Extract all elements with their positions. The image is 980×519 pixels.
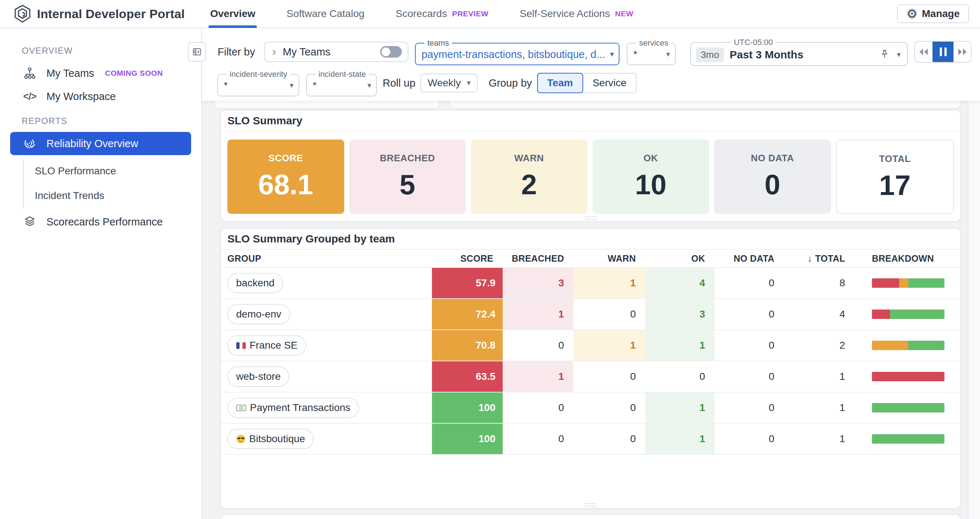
incident-state-select[interactable]: incident-state * ▼ — [306, 70, 377, 97]
group-chip[interactable]: Bitsboutique — [228, 429, 314, 449]
sidebar-item-scorecards-performance[interactable]: Scorecards Performance — [0, 210, 201, 233]
rewind-icon — [918, 48, 929, 56]
services-select[interactable]: services * ▼ — [627, 38, 676, 65]
tab-overview[interactable]: Overview — [210, 0, 255, 28]
incident-severity-select[interactable]: incident-severity * ▼ — [217, 70, 299, 97]
card-resize-handle[interactable] — [585, 503, 597, 507]
roll-up-select[interactable]: Weekly ▼ — [420, 74, 478, 92]
stat-ok: OK 10 — [593, 140, 710, 214]
group-chip[interactable]: web-store — [228, 367, 290, 387]
tab-software-catalog[interactable]: Software Catalog — [286, 0, 364, 28]
score-cell: 57.9 — [432, 268, 503, 298]
group-label: web-store — [236, 371, 281, 383]
breakdown-segment-red — [872, 372, 945, 381]
caret-down-icon: ▼ — [665, 51, 671, 58]
column-header-score[interactable]: SCORE — [432, 250, 503, 267]
tab-scorecards[interactable]: Scorecards PREVIEW — [396, 0, 488, 28]
group-chip[interactable]: France SE — [228, 335, 306, 356]
main-tabs: Overview Software Catalog Scorecards PRE… — [210, 0, 633, 28]
group-label: backend — [236, 277, 275, 289]
sidebar-item-my-workspace[interactable]: </> My Workspace — [0, 85, 201, 108]
ok-cell: 3 — [645, 299, 714, 329]
manage-button[interactable]: ⚙ Manage — [897, 4, 969, 23]
my-teams-label: My Teams — [283, 46, 374, 58]
breakdown-segment-red — [872, 278, 899, 288]
scrollbar-track[interactable] — [968, 101, 980, 519]
group-label: demo-env — [236, 308, 282, 320]
slo-table-card: SLO Summary Grouped by team GROUP SCORE … — [220, 228, 961, 509]
app-title: Internal Developer Portal — [37, 7, 185, 21]
column-header-warn[interactable]: WARN — [573, 250, 645, 267]
time-range-value: Past 3 Months — [730, 49, 874, 61]
time-range-chip: 3mo — [696, 48, 724, 62]
partial-card — [449, 101, 961, 109]
sidebar-item-my-teams[interactable]: My Teams COMING SOON — [0, 62, 201, 85]
teams-select[interactable]: teams payment-transactions, bitsboutique… — [415, 38, 619, 65]
roll-up-label: Roll up — [383, 77, 415, 89]
group-by-service-button[interactable]: Service — [583, 73, 636, 93]
stat-total: TOTAL 17 — [836, 140, 954, 214]
no-data-cell: 0 — [714, 424, 784, 454]
breakdown-segment-green — [872, 403, 945, 413]
code-icon: </> — [22, 91, 37, 102]
sidebar-item-label: My Workspace — [46, 90, 116, 103]
caret-down-icon: ▼ — [609, 51, 615, 58]
sidebar-item-label: My Teams — [46, 67, 94, 79]
coming-soon-badge: COMING SOON — [105, 69, 163, 78]
table-row: Payment Transactions 100 0 0 1 0 1 — [221, 392, 961, 424]
preview-badge: PREVIEW — [452, 10, 488, 18]
column-header-ok[interactable]: OK — [645, 250, 714, 267]
score-cell: 70.8 — [432, 330, 503, 360]
target-check-icon — [22, 136, 37, 151]
time-range-picker[interactable]: UTC-05:00 3mo Past 3 Months ▼ — [690, 38, 908, 66]
card-resize-handle[interactable] — [585, 216, 597, 220]
group-by-label: Group by — [488, 77, 532, 89]
group-chip[interactable]: backend — [228, 273, 283, 293]
teams-legend: teams — [424, 38, 452, 48]
group-by-team-button[interactable]: Team — [537, 73, 583, 93]
collapse-sidebar-button[interactable] — [188, 42, 206, 62]
caret-down-icon[interactable]: ▼ — [896, 51, 902, 59]
pause-icon — [940, 48, 947, 56]
stat-value: 17 — [879, 169, 911, 202]
breakdown-cell — [854, 392, 961, 423]
tab-self-service-actions[interactable]: Self-Service Actions NEW — [520, 0, 634, 28]
fast-forward-button[interactable] — [953, 42, 971, 62]
stat-breached: BREACHED 5 — [349, 140, 466, 214]
column-header-breached[interactable]: BREACHED — [503, 250, 573, 267]
breached-cell: 0 — [503, 392, 573, 423]
breakdown-bar — [872, 434, 945, 444]
stat-label: NO DATA — [751, 152, 794, 164]
slo-summary-header: SLO Summary — [221, 111, 961, 132]
column-header-no-data[interactable]: NO DATA — [714, 250, 784, 267]
sidebar-subitem-slo-performance[interactable]: SLO Performance — [35, 159, 201, 183]
breakdown-cell — [854, 299, 961, 329]
column-header-breakdown[interactable]: BREAKDOWN — [854, 250, 961, 267]
sidebar-item-reliability-overview[interactable]: Reliability Overview — [10, 132, 191, 155]
filter-bar: Filter by › My Teams teams payment-trans… — [202, 28, 980, 101]
banknote-icon — [236, 405, 246, 411]
breached-cell: 1 — [503, 299, 573, 329]
rewind-button[interactable] — [915, 42, 932, 62]
pin-icon[interactable] — [880, 49, 890, 60]
timezone-legend: UTC-05:00 — [731, 38, 776, 47]
time-playback-controls — [914, 41, 972, 63]
table-row: Bitsboutique 100 0 0 1 0 1 — [221, 424, 961, 455]
column-header-total[interactable]: ↓ TOTAL — [784, 250, 854, 267]
caret-down-icon: ▼ — [288, 82, 295, 89]
services-legend: services — [636, 38, 671, 48]
sidebar-subitem-incident-trends[interactable]: Incident Trends — [35, 183, 201, 208]
group-chip[interactable]: Payment Transactions — [228, 398, 359, 418]
pause-button[interactable] — [932, 41, 953, 63]
sort-desc-icon: ↓ — [807, 253, 812, 264]
column-header-group[interactable]: GROUP — [221, 250, 432, 267]
table-row: backend 57.9 3 1 4 0 8 — [221, 268, 961, 299]
group-chip[interactable]: demo-env — [228, 304, 290, 324]
stat-score: SCORE 68.1 — [228, 140, 344, 214]
sidebar-item-label: Scorecards Performance — [46, 216, 163, 228]
my-teams-filter[interactable]: › My Teams — [264, 42, 408, 62]
incident-severity-legend: incident-severity — [227, 70, 290, 79]
my-teams-toggle[interactable] — [380, 46, 402, 58]
slo-summary-card: SLO Summary SCORE 68.1 BREACHED 5 — [220, 110, 961, 222]
column-header-label: TOTAL — [815, 253, 845, 264]
